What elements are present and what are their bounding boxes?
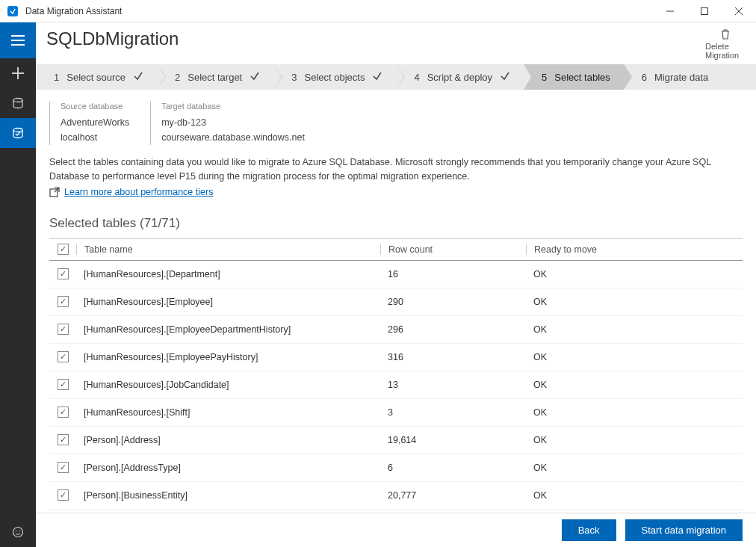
cell-ready-status: OK <box>526 380 743 390</box>
row-checkbox[interactable]: ✓ <box>58 379 69 390</box>
row-checkbox[interactable]: ✓ <box>58 296 69 307</box>
step-label: Migrate data <box>654 72 708 83</box>
cell-table-name: [HumanResources].[EmployeeDepartmentHist… <box>76 324 380 335</box>
cell-ready-status: OK <box>526 297 743 307</box>
close-button[interactable] <box>722 0 756 22</box>
trash-icon <box>720 28 731 40</box>
svg-rect-0 <box>7 6 18 16</box>
table-row[interactable]: ✓[HumanResources].[EmployeeDepartmentHis… <box>49 316 743 344</box>
footer-bar: Back Start data migration <box>36 513 756 547</box>
cell-table-name: [Person].[Address] <box>76 435 380 445</box>
target-db-name: my-db-123 <box>161 115 305 130</box>
cell-row-count: 316 <box>380 352 526 362</box>
select-all-checkbox[interactable]: ✓ <box>58 244 69 255</box>
cell-ready-status: OK <box>526 463 743 473</box>
table-row[interactable]: ✓[Person].[BusinessEntity]20,777OK <box>49 482 743 510</box>
minimize-button[interactable] <box>653 0 687 22</box>
table-row[interactable]: ✓[Person].[Address]19,614OK <box>49 427 743 454</box>
cell-table-name: [HumanResources].[JobCandidate] <box>76 380 380 390</box>
svg-point-13 <box>16 531 17 532</box>
smiley-icon <box>12 526 24 538</box>
assessment-nav-button[interactable] <box>0 88 36 118</box>
cell-row-count: 16 <box>380 269 526 279</box>
migration-nav-button[interactable] <box>0 118 36 148</box>
cell-table-name: [HumanResources].[EmployeePayHistory] <box>76 352 380 362</box>
cell-row-count: 13 <box>380 380 526 390</box>
source-db-label: Source database <box>61 102 129 111</box>
step-number: 6 <box>642 72 647 83</box>
cell-row-count: 19,614 <box>380 435 526 445</box>
maximize-button[interactable] <box>687 0 722 22</box>
row-checkbox[interactable]: ✓ <box>58 351 69 362</box>
table-row[interactable]: ✓[Person].[AddressType]6OK <box>49 454 743 482</box>
svg-point-14 <box>19 531 21 532</box>
app-logo-icon <box>6 4 19 18</box>
step-label: Script & deploy <box>427 72 492 83</box>
table-body[interactable]: ✓[HumanResources].[Department]16OK✓[Huma… <box>49 261 743 513</box>
checkmark-icon <box>133 71 143 84</box>
cell-row-count: 20,777 <box>380 490 526 501</box>
wizard-step-3[interactable]: 3Select objects <box>273 64 396 90</box>
wizard-step-1[interactable]: 1Select source <box>36 64 157 90</box>
table-row[interactable]: ✓[HumanResources].[Shift]3OK <box>49 399 743 427</box>
svg-point-12 <box>13 528 23 537</box>
feedback-button[interactable] <box>0 517 36 547</box>
titlebar: Data Migration Assistant <box>0 0 756 22</box>
cell-table-name: [Person].[BusinessEntity] <box>76 490 380 501</box>
wizard-step-5[interactable]: 5Select tables <box>524 64 624 90</box>
back-button[interactable]: Back <box>562 519 616 541</box>
external-link-icon <box>49 187 60 197</box>
instruction-text: Select the tables containing data you wo… <box>49 155 743 184</box>
svg-point-11 <box>13 129 22 132</box>
column-header-name[interactable]: Table name <box>76 244 380 255</box>
step-label: Select objects <box>304 72 365 83</box>
row-checkbox[interactable]: ✓ <box>58 268 69 279</box>
hamburger-menu-button[interactable] <box>0 22 36 58</box>
cell-ready-status: OK <box>526 407 743 418</box>
window-controls <box>653 0 756 22</box>
cell-table-name: [HumanResources].[Shift] <box>76 407 380 418</box>
cell-ready-status: OK <box>526 435 743 445</box>
column-header-rowcount[interactable]: Row count <box>380 244 526 255</box>
cell-row-count: 290 <box>380 297 526 307</box>
wizard-step-6[interactable]: 6Migrate data <box>624 64 722 90</box>
table-row[interactable]: ✓[HumanResources].[Department]16OK <box>49 261 743 288</box>
target-db-host: courseware.database.windows.net <box>161 130 305 145</box>
table-row[interactable]: ✓[HumanResources].[Employee]290OK <box>49 288 743 316</box>
row-checkbox[interactable]: ✓ <box>58 324 69 335</box>
checkmark-icon <box>250 71 260 84</box>
step-number: 4 <box>414 72 419 83</box>
cell-ready-status: OK <box>526 490 743 501</box>
row-checkbox[interactable]: ✓ <box>58 434 69 445</box>
cell-table-name: [Person].[AddressType] <box>76 463 380 473</box>
cell-row-count: 6 <box>380 463 526 473</box>
cell-table-name: [HumanResources].[Department] <box>76 269 380 279</box>
project-title: SQLDbMigration <box>46 28 705 49</box>
new-project-button[interactable] <box>0 58 36 88</box>
step-number: 2 <box>175 72 180 83</box>
row-checkbox[interactable]: ✓ <box>58 407 69 418</box>
row-checkbox[interactable]: ✓ <box>58 462 69 473</box>
selected-tables-heading: Selected tables (71/71) <box>36 205 756 238</box>
table-row[interactable]: ✓[HumanResources].[JobCandidate]13OK <box>49 371 743 399</box>
wizard-steps: 1Select source2Select target3Select obje… <box>36 64 756 90</box>
wizard-step-2[interactable]: 2Select target <box>157 64 273 90</box>
app-title: Data Migration Assistant <box>25 6 653 16</box>
row-checkbox[interactable]: ✓ <box>58 489 69 501</box>
learn-more-link[interactable]: Learn more about performance tiers <box>64 187 213 197</box>
step-label: Select tables <box>554 72 610 83</box>
table-row[interactable]: ✓[HumanResources].[EmployeePayHistory]31… <box>49 344 743 371</box>
cell-ready-status: OK <box>526 269 743 279</box>
column-header-ready[interactable]: Ready to move <box>526 244 743 255</box>
delete-migration-button[interactable]: Delete Migration <box>705 28 746 60</box>
delete-migration-label: Delete Migration <box>705 42 746 60</box>
step-number: 5 <box>542 72 547 83</box>
start-migration-button[interactable]: Start data migration <box>625 519 743 541</box>
step-label: Select source <box>66 72 126 83</box>
checkmark-icon <box>500 71 510 84</box>
wizard-step-4[interactable]: 4Script & deploy <box>396 64 524 90</box>
database-icon <box>12 97 24 109</box>
source-db-name: AdventureWorks <box>61 115 129 130</box>
source-db-host: localhost <box>61 130 129 145</box>
cell-row-count: 3 <box>380 407 526 418</box>
